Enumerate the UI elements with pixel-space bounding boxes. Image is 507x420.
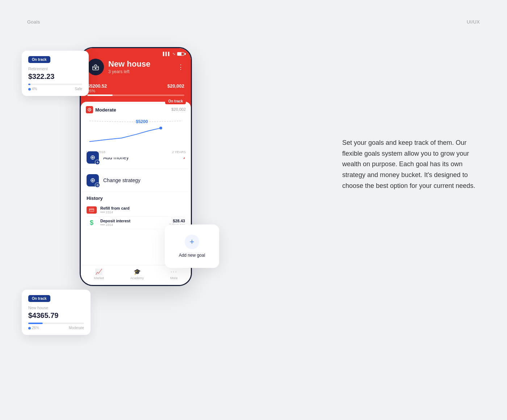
newhouse-progress-bar [28, 323, 84, 324]
nav-market-label: Market [94, 276, 104, 280]
chart-area: $5200 [86, 116, 186, 149]
market-icon: 📈 [95, 268, 102, 275]
goal-menu-button[interactable]: ⋮ [177, 63, 184, 71]
add-goal-plus-icon: + [185, 235, 199, 249]
progress-bar-fill [87, 94, 113, 96]
newhouse-amount: $4365.79 [28, 311, 84, 320]
page-label-uiux: UI/UX [467, 19, 480, 25]
card-retirement: On track Retirement $322.23 4% Safe [22, 51, 89, 96]
svg-point-3 [89, 109, 90, 110]
card-add-goal[interactable]: + Add new goal [165, 224, 219, 268]
nav-academy-label: Academy [130, 276, 144, 280]
more-icon: ··· [171, 269, 177, 275]
refill-info: Refill from card •••• 2314 [100, 206, 185, 214]
nav-academy[interactable]: 🎓 Academy [130, 268, 144, 280]
newhouse-label: New house [28, 306, 84, 310]
add-money-icon [87, 151, 99, 164]
bottom-nav: 📈 Market 🎓 Academy ··· More [81, 265, 191, 285]
chart-value-label: $5200 [136, 119, 148, 124]
phone-header: New house 3 years left ⋮ [81, 56, 191, 80]
svg-rect-1 [95, 68, 96, 69]
strategy-label: Moderate [95, 107, 116, 113]
action-change-strategy[interactable]: Change strategy [81, 169, 191, 192]
progress-amounts: $5200.52 26% $20,002 [87, 83, 184, 93]
change-strategy-badge [95, 182, 100, 188]
svg-point-8 [97, 185, 98, 185]
newhouse-progress-fill [28, 323, 43, 324]
retirement-progress-fill [28, 84, 30, 85]
history-item-refill: Refill from card •••• 2314 [87, 204, 185, 217]
wifi-icon: ∿ [172, 52, 175, 56]
goal-name: New house [108, 60, 177, 68]
retirement-on-track-badge: On track [28, 56, 50, 63]
svg-rect-10 [89, 209, 94, 210]
chart-card: On track Moderate $20,002 $5200 [81, 102, 191, 158]
retirement-label: Retirement [28, 67, 82, 71]
goal-title-area: New house 3 years left [108, 60, 177, 74]
retirement-progress-bar [28, 84, 82, 85]
page-label-goals: Goals [27, 19, 40, 25]
deposit-info: Deposit interest •••• 2314 [100, 219, 169, 227]
refill-icon [87, 206, 97, 214]
nav-more[interactable]: ··· More [170, 269, 178, 280]
chart-strategy: Moderate $20,002 [86, 106, 186, 113]
card-newhouse: On track New house $4365.79 26% Moderate [22, 290, 91, 335]
deposit-icon: $ [87, 219, 97, 226]
status-bar: ▌▌▌ ∿ [81, 48, 191, 56]
retirement-footer: 4% Safe [28, 87, 82, 91]
svg-point-4 [159, 127, 162, 130]
deposit-number: •••• 2314 [100, 223, 169, 227]
progress-current: $5200.52 26% [87, 83, 107, 93]
chart-target-label: $20,002 [171, 107, 186, 112]
newhouse-on-track-badge: On track [28, 295, 50, 302]
right-description-text: Set your goals and keep track of them. O… [342, 138, 480, 191]
refill-number: •••• 2314 [100, 210, 185, 214]
newhouse-footer: 26% Moderate [28, 326, 84, 330]
deposit-amount: $28.43 [169, 219, 185, 223]
nav-market[interactable]: 📈 Market [94, 268, 104, 280]
change-strategy-icon [87, 174, 99, 186]
academy-icon: 🎓 [134, 268, 141, 275]
nav-more-label: More [170, 276, 178, 280]
strategy-icon [86, 106, 93, 113]
action-change-strategy-label: Change strategy [103, 177, 185, 183]
deposit-name: Deposit interest [100, 219, 169, 223]
phone-top: ▌▌▌ ∿ New house 3 years left [81, 48, 191, 146]
retirement-amount: $322.23 [28, 72, 82, 81]
history-title: History [87, 196, 185, 201]
progress-bar [87, 94, 184, 96]
right-description: Set your goals and keep track of them. O… [342, 138, 480, 191]
add-money-badge [95, 160, 100, 165]
add-goal-label: Add new goal [172, 253, 212, 258]
chart-dates: 13 MAY 2018 2 YEARS [86, 150, 186, 154]
signal-icon: ▌▌▌ [163, 52, 171, 56]
progress-target: $20,002 [167, 83, 184, 93]
refill-name: Refill from card [100, 206, 185, 210]
battery-icon [177, 52, 184, 56]
goal-icon-circle [87, 59, 104, 75]
on-track-badge: On track [165, 98, 186, 104]
goal-subtitle: 3 years left [108, 69, 177, 74]
